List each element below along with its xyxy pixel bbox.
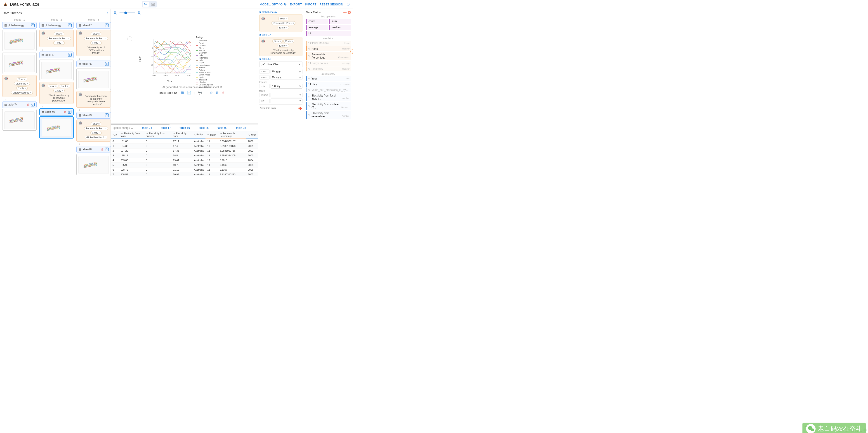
field-chip[interactable]: Year× [91,32,101,36]
data-node[interactable]: ▦table-74🗑⧉⁺ [2,101,37,108]
power-icon[interactable] [346,2,350,6]
operator-average[interactable]: average [306,25,328,30]
create-chart-icon[interactable]: ⧉⁺ [105,114,109,117]
clear-y-icon[interactable]: ⊖ [299,76,301,79]
table-tab[interactable]: table-17 [161,126,170,129]
reset-session-button[interactable]: RESET SESSION [319,3,343,6]
table-horizontal-scrollbar[interactable] [111,124,258,125]
zoom-in-icon[interactable] [137,11,141,15]
field-item[interactable]: ¹²₃Electricity from renewables ...-- Num… [306,111,351,119]
column-header[interactable]: ᴬcEntity [192,131,206,139]
chart-thumbnail[interactable] [39,59,74,81]
field-item[interactable]: ¹²₃Electricity from fossil fuels (...-- … [306,93,351,101]
data-node[interactable]: ▦table-99⧉⁺ [76,112,111,119]
remove-chip-icon[interactable]: × [98,33,100,35]
table-tab[interactable]: table-56 [180,126,190,129]
operator-median[interactable]: median [329,25,351,30]
config-breadcrumb[interactable]: ▣table-17 [259,33,303,36]
field-chip[interactable]: Renewable Per...× [47,37,71,40]
field-item[interactable]: ᴬEntity-- Location [306,82,351,87]
row-field[interactable]: ▾ [271,98,303,103]
field-chip[interactable]: Renewable Per...× [84,37,108,40]
config-collapse-button[interactable]: › [256,68,257,71]
field-chip[interactable]: Entity× [53,89,65,92]
create-chart-icon[interactable]: ⧉⁺ [31,103,35,106]
operator-bin[interactable]: bin [306,31,351,36]
data-node[interactable]: ▦table-17⧉⁺ [39,52,74,58]
column-header[interactable]: ¹²₃Year [246,131,258,139]
chart-thumbnail[interactable] [39,116,74,138]
field-chip[interactable]: Entity× [53,41,65,45]
export-button[interactable]: EXPORT [290,3,302,6]
list-view-button[interactable] [143,2,149,7]
field-item[interactable]: ¹²₃Year-- Year [306,76,351,81]
remove-chip-icon[interactable]: × [62,90,63,92]
chart-thumbnail[interactable] [76,68,111,90]
clear-color-icon[interactable]: ⊖ [299,85,301,88]
delete-node-icon[interactable]: 🗑 [101,148,104,151]
zoom-slider[interactable] [119,12,135,13]
chart-view-icon[interactable]: ▦ [181,91,184,95]
field-chip[interactable]: Year× [17,77,27,81]
remove-chip-icon[interactable]: × [30,92,31,94]
zoom-out-icon[interactable] [114,11,117,15]
formulate-input[interactable] [259,106,298,110]
create-chart-icon[interactable]: ⧉⁺ [68,53,72,57]
data-node[interactable]: ▦table-26⧉⁺ [76,61,111,67]
create-chart-icon[interactable]: ⧉⁺ [68,24,72,27]
x-axis-field[interactable]: ¹²₃Year⊖ [271,69,303,74]
chart-type-selector[interactable]: Line Chart ▾ [259,61,303,67]
create-chart-icon[interactable]: ⧉⁺ [105,148,109,151]
remove-chip-icon[interactable]: × [104,136,106,139]
data-node[interactable]: ▦table-28🗑⧉⁺ [76,146,111,153]
delete-chart-icon[interactable]: 🗑 [221,91,225,95]
column-header[interactable]: ¹²₃Electricity from fossil [119,131,144,139]
column-header[interactable]: ¹²₃Renewable Percentage [218,131,246,139]
table-tab[interactable]: table-28 [236,126,246,129]
remove-chip-icon[interactable]: × [25,87,26,90]
chart-thumbnail[interactable] [76,154,111,175]
field-chip[interactable]: Entity× [278,44,289,48]
remove-chip-icon[interactable]: × [55,85,57,88]
field-item[interactable]: ¹²₃Renewable Percentage-- Percentage [306,52,351,60]
delete-node-icon[interactable]: 🗑 [63,110,67,114]
field-chip[interactable]: Rank× [59,84,70,88]
y-axis-field[interactable]: ¹²₃Rank⊖ [271,75,303,80]
import-button[interactable]: IMPORT [305,3,316,6]
field-chip[interactable]: Global Median?× [85,135,107,139]
data-node[interactable]: ▦table-56🗑⧉⁺ [39,108,74,116]
field-chip[interactable]: Electricity× [14,82,30,86]
data-node[interactable]: ▦global-energy⧉⁺ [2,22,37,29]
table-tab[interactable]: global-energy ▲ [114,126,133,129]
create-chart-icon[interactable]: ⧉⁺ [68,110,71,114]
field-chip[interactable]: Year× [48,84,58,88]
field-item[interactable]: ¹²₃Value_co2_emissions_kt_by... [306,88,351,92]
table-tab[interactable]: table-99 [217,126,227,129]
formulate-submit-icon[interactable]: 🫖 [298,106,303,110]
remove-chip-icon[interactable]: × [68,37,69,40]
chart-thumbnail[interactable] [2,109,37,131]
field-chip[interactable]: Entity× [16,86,28,90]
field-item[interactable]: ¹²₃Electricity-- Number [306,66,351,71]
field-item[interactable]: ᴬGlobal Median?-- String [306,41,351,45]
chart-more-button[interactable]: ⋯ [127,36,132,41]
field-item[interactable]: ¹²₃Electricity from nuclear (T...-- Numb… [306,102,351,110]
data-node[interactable]: ▦global-energy⧉⁺ [39,22,74,29]
remove-chip-icon[interactable]: × [27,83,28,85]
chart-thumbnail[interactable] [2,30,37,51]
clear-x-icon[interactable]: ⊖ [299,70,301,73]
field-chip[interactable]: Entity× [90,131,102,135]
column-header[interactable]: ¹²₃Electricity from nuclear [144,131,171,139]
chart-thumbnail[interactable] [2,52,37,74]
field-item[interactable]: ᴬEnergy Source-- String [306,61,351,66]
remove-chip-icon[interactable]: × [105,37,106,40]
field-chip[interactable]: Year× [272,39,283,43]
table-tab[interactable]: table-74 [142,126,152,129]
chat-icon[interactable]: 💬 [198,91,203,95]
field-chip[interactable]: Entity× [90,41,102,45]
create-chart-icon[interactable]: ⧉⁺ [105,24,109,27]
grid-view-button[interactable] [150,2,156,7]
table-view-icon[interactable]: 📄 [187,91,191,95]
config-breadcrumb[interactable]: ▣table-56 [259,58,303,60]
model-selector[interactable]: MODEL: GPT-4O [260,3,287,6]
